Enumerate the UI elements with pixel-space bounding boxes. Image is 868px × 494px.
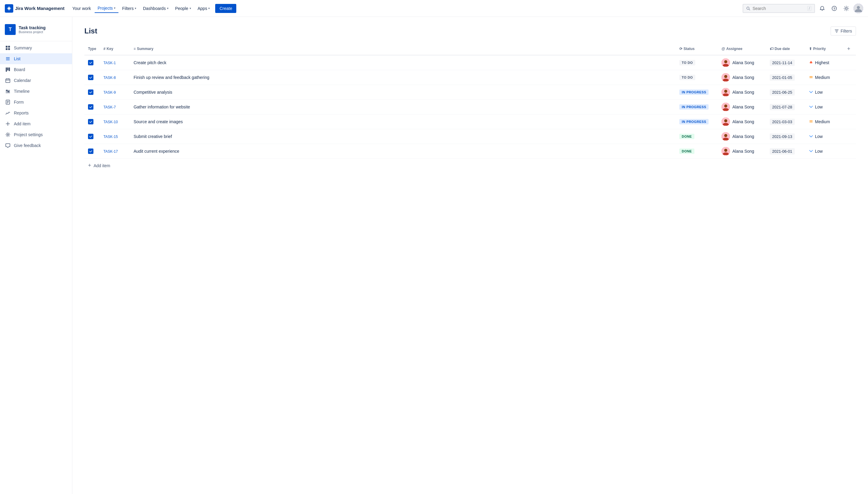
assignee-avatar (722, 132, 730, 141)
help-button[interactable]: ? (829, 4, 839, 13)
priority-cell: Low (809, 149, 838, 154)
sidebar: T Task tracking Business project Summary (0, 17, 72, 494)
task-key[interactable]: TASK-9 (104, 90, 116, 95)
task-key[interactable]: TASK-17 (104, 149, 118, 154)
sidebar-item-project-settings[interactable]: Project settings (0, 129, 72, 140)
dashboards-nav[interactable]: Dashboards ▾ (140, 4, 171, 13)
priority-label: Medium (815, 75, 830, 80)
project-name: Task tracking (19, 25, 45, 31)
status-badge[interactable]: DONE (679, 134, 695, 139)
priority-icon (809, 90, 813, 95)
settings-button[interactable] (842, 4, 851, 13)
status-badge[interactable]: TO DO (679, 60, 695, 65)
apps-nav[interactable]: Apps ▾ (195, 4, 213, 13)
projects-nav[interactable]: Projects ▾ (95, 4, 119, 13)
svg-rect-11 (8, 48, 10, 50)
task-summary[interactable]: Audit current experience (133, 149, 179, 154)
assignee-name: Alana Song (732, 75, 754, 80)
task-checkbox[interactable] (88, 75, 93, 80)
board-icon (5, 66, 11, 73)
col-header-priority: ⬆Priority (805, 43, 842, 55)
sidebar-item-list[interactable]: List (0, 53, 72, 64)
svg-point-61 (724, 149, 727, 152)
task-checkbox[interactable] (88, 134, 93, 139)
task-summary[interactable]: Create pitch deck (133, 60, 166, 65)
task-summary[interactable]: Finish up review and feedback gathering (133, 75, 209, 80)
assignee-avatar (722, 58, 730, 67)
task-key-cell: TASK-9 (100, 85, 130, 100)
task-assignee-cell: Alana Song (718, 100, 766, 114)
topnav-right: / ? (743, 4, 863, 13)
task-checkbox[interactable] (88, 60, 93, 65)
user-avatar[interactable] (853, 4, 863, 13)
table-row: TASK-15 Submit creative brief DONE Alana… (85, 129, 856, 144)
project-icon: T (5, 24, 16, 35)
filters-nav[interactable]: Filters ▾ (119, 4, 139, 13)
task-summary[interactable]: Gather information for website (133, 104, 190, 109)
task-key[interactable]: TASK-8 (104, 76, 116, 80)
page-title: List (85, 27, 97, 35)
people-nav[interactable]: People ▾ (172, 4, 194, 13)
task-checkbox-cell (85, 144, 100, 159)
task-key-cell: TASK-17 (100, 144, 130, 159)
task-due-date-cell: 2021-01-05 (766, 70, 805, 85)
col-header-key: #Key (100, 43, 130, 55)
search-input[interactable] (753, 6, 805, 11)
task-checkbox-cell (85, 85, 100, 100)
sidebar-item-reports[interactable]: Reports (0, 108, 72, 118)
add-column-button[interactable]: + (845, 45, 852, 52)
sidebar-item-summary[interactable]: Summary (0, 42, 72, 53)
task-summary[interactable]: Competitive analysis (133, 90, 172, 95)
priority-icon (809, 134, 813, 139)
assignee-name: Alana Song (732, 104, 754, 109)
task-checkbox[interactable] (88, 149, 93, 154)
notifications-button[interactable] (817, 4, 827, 13)
status-badge[interactable]: IN PROGRESS (679, 119, 708, 125)
add-item-row[interactable]: + Add item (85, 159, 856, 172)
task-key[interactable]: TASK-15 (104, 135, 118, 139)
task-summary[interactable]: Submit creative brief (133, 134, 172, 139)
priority-label: Medium (815, 119, 830, 124)
priority-cell: Low (809, 90, 838, 95)
task-status-cell: TO DO (676, 70, 718, 85)
your-work-nav[interactable]: Your work (69, 4, 94, 13)
filters-button[interactable]: Filters (831, 26, 856, 36)
sidebar-item-calendar[interactable]: Calendar (0, 75, 72, 86)
search-shortcut: / (808, 6, 811, 11)
task-key[interactable]: TASK-1 (104, 61, 116, 65)
task-checkbox[interactable] (88, 119, 93, 125)
priority-icon (809, 104, 813, 110)
sidebar-label-give-feedback: Give feedback (14, 143, 41, 148)
assignee-name: Alana Song (732, 90, 754, 95)
task-summary-cell: Submit creative brief (130, 129, 676, 144)
sidebar-item-add-item[interactable]: Add item (0, 118, 72, 129)
table-row: TASK-17 Audit current experience DONE Al… (85, 144, 856, 159)
assignee-name: Alana Song (732, 134, 754, 139)
sidebar-item-board[interactable]: Board (0, 64, 72, 75)
table-header-row: Type #Key ≡Summary ⟳Status @Assignee (85, 43, 856, 55)
sidebar-item-timeline[interactable]: Timeline (0, 86, 72, 97)
task-checkbox[interactable] (88, 104, 93, 110)
task-key-cell: TASK-1 (100, 55, 130, 70)
search-box[interactable]: / (743, 4, 815, 13)
table-row: TASK-8 Finish up review and feedback gat… (85, 70, 856, 85)
task-due-date-cell: 2021-06-01 (766, 144, 805, 159)
task-checkbox[interactable] (88, 90, 93, 95)
create-button[interactable]: Create (215, 4, 236, 13)
task-status-cell: IN PROGRESS (676, 85, 718, 100)
svg-line-2 (749, 9, 750, 10)
task-key[interactable]: TASK-7 (104, 105, 116, 109)
add-item-icon (5, 121, 11, 127)
status-badge[interactable]: TO DO (679, 75, 695, 80)
logo[interactable]: Jira Work Management (5, 4, 64, 13)
priority-icon (809, 60, 813, 65)
priority-label: Low (815, 104, 823, 109)
sidebar-item-form[interactable]: Form (0, 97, 72, 108)
status-badge[interactable]: IN PROGRESS (679, 90, 708, 95)
sidebar-item-give-feedback[interactable]: Give feedback (0, 140, 72, 151)
status-badge[interactable]: IN PROGRESS (679, 104, 708, 110)
status-badge[interactable]: DONE (679, 149, 695, 154)
task-key[interactable]: TASK-10 (104, 120, 118, 124)
task-add-cell (842, 100, 856, 114)
task-summary[interactable]: Source and create images (133, 119, 183, 124)
